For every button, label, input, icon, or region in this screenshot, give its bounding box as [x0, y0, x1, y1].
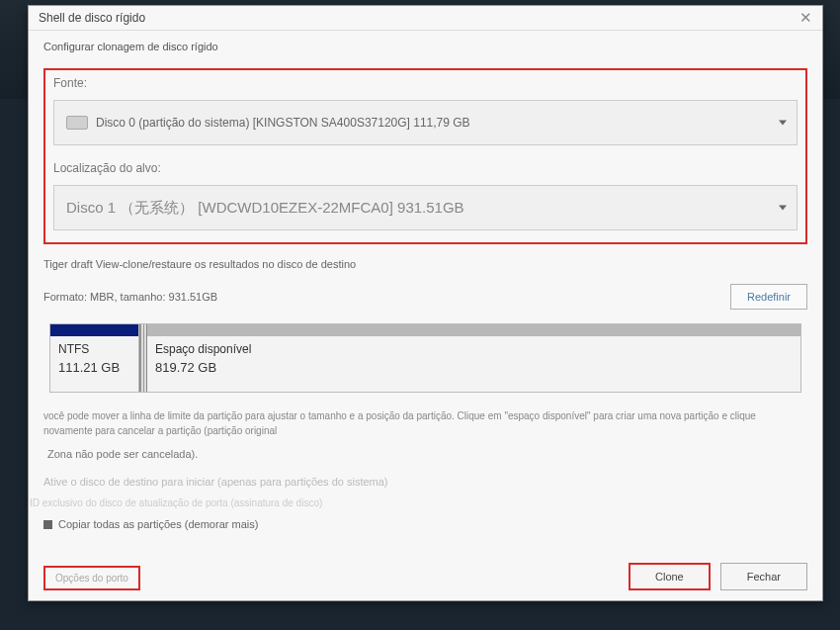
partition-body: Espaço disponível 819.72 GB: [147, 336, 800, 392]
chevron-down-icon: [779, 206, 787, 211]
option-activate-destination[interactable]: Ative o disco de destino para iniciar (a…: [43, 476, 807, 488]
footer-buttons: Clone Fechar: [629, 563, 807, 590]
option-exclusive-id[interactable]: ID exclusivo do disco de atualização de …: [30, 497, 807, 508]
partition-body: NTFS 111.21 GB: [50, 336, 138, 392]
partition-name: Espaço disponível: [155, 342, 793, 356]
disk-icon: [66, 116, 88, 130]
source-disk-select[interactable]: Disco 0 (partição do sistema) [KINGSTON …: [53, 100, 798, 145]
partition-header-color: [50, 324, 138, 336]
target-label: Localização do alvo:: [53, 161, 798, 175]
chevron-down-icon: [779, 121, 787, 126]
source-target-highlight: Fonte: Disco 0 (partição do sistema) [KI…: [43, 68, 807, 244]
option-label: Copiar todas as partições (demorar mais): [58, 518, 258, 530]
partition-size: 819.72 GB: [155, 360, 793, 375]
close-button[interactable]: Fechar: [720, 563, 807, 590]
partition-visualization: NTFS 111.21 GB Espaço disponível 819.72 …: [49, 323, 801, 393]
checkbox-icon: [43, 520, 52, 529]
clone-button[interactable]: Clone: [629, 563, 711, 590]
dialog-footer: Opções do porto Clone Fechar: [29, 553, 822, 600]
partition-size: 111.21 GB: [58, 360, 130, 375]
dialog-body: Configurar clonagem de disco rígido Font…: [29, 31, 822, 550]
port-options-button[interactable]: Opções do porto: [43, 566, 140, 590]
partition-block-free[interactable]: Espaço disponível 819.72 GB: [147, 324, 800, 392]
option-copy-all[interactable]: Copiar todas as partições (demorar mais): [43, 518, 807, 530]
view-info-text: Tiger draft View-clone/restaure os resul…: [43, 258, 807, 270]
source-label: Fonte:: [53, 76, 798, 90]
partition-block-ntfs[interactable]: NTFS 111.21 GB: [50, 324, 139, 392]
dialog-subtitle: Configurar clonagem de disco rígido: [43, 41, 807, 52]
zone-text: Zona não pode ser cancelada).: [43, 448, 807, 460]
partition-resize-handle[interactable]: [139, 324, 147, 392]
close-icon[interactable]: ✕: [799, 9, 812, 27]
format-text: Formato: MBR, tamanho: 931.51GB: [43, 291, 217, 303]
source-selected-text: Disco 0 (partição do sistema) [KINGSTON …: [96, 116, 470, 130]
option-label: ID exclusivo do disco de atualização de …: [30, 497, 322, 508]
dialog-header: Shell de disco rígido ✕: [29, 6, 822, 31]
partition-header-color: [147, 324, 800, 336]
format-row: Formato: MBR, tamanho: 931.51GB Redefini…: [43, 284, 807, 310]
help-text: você pode mover a linha de limite da par…: [43, 408, 807, 438]
redefine-button[interactable]: Redefinir: [730, 284, 807, 310]
option-label: Ative o disco de destino para iniciar (a…: [43, 476, 388, 488]
partition-name: NTFS: [58, 342, 130, 356]
target-selected-text: Disco 1 （无系统） [WDCWD10EZEX-22MFCA0] 931.…: [66, 199, 464, 218]
target-disk-select[interactable]: Disco 1 （无系统） [WDCWD10EZEX-22MFCA0] 931.…: [53, 185, 798, 230]
clone-dialog: Shell de disco rígido ✕ Configurar clona…: [28, 5, 823, 601]
dialog-title: Shell de disco rígido: [39, 11, 145, 25]
